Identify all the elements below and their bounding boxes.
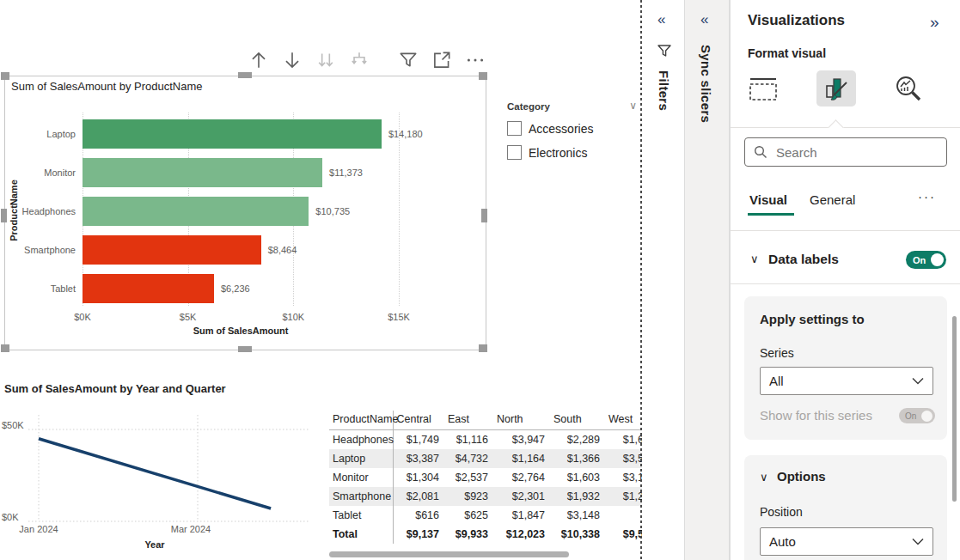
matrix-header-cell[interactable]: South [550, 411, 605, 430]
matrix-cell[interactable]: Monitor [329, 468, 393, 487]
matrix-cell[interactable]: $3,148 [550, 506, 605, 525]
matrix-cell[interactable]: $1,603 [550, 468, 605, 487]
matrix-header-cell[interactable]: ProductName [329, 411, 393, 430]
bar[interactable] [83, 235, 261, 265]
matrix-cell[interactable]: $1,164 [493, 449, 550, 468]
build-visual-button[interactable] [748, 76, 779, 107]
format-visual-button[interactable] [816, 70, 856, 107]
matrix-cell[interactable]: $3,16 [605, 468, 642, 487]
bar[interactable] [83, 119, 382, 149]
matrix-cell[interactable]: $1,22 [605, 487, 642, 506]
matrix-cell[interactable]: $3,387 [393, 449, 444, 468]
focus-mode-icon[interactable] [431, 49, 453, 71]
format-search[interactable] [744, 137, 947, 167]
slicer-option-accessories[interactable]: Accessories [507, 121, 593, 136]
matrix-cell[interactable]: Laptop [329, 449, 393, 468]
collapse-data-labels-icon[interactable]: ∨ [750, 253, 759, 265]
tabs-more-options-icon[interactable]: ··· [918, 189, 936, 204]
resize-handle[interactable] [238, 346, 252, 352]
filter-icon[interactable] [397, 49, 419, 71]
filters-pane-title[interactable]: Filters [657, 70, 671, 111]
drill-down-icon[interactable] [281, 49, 303, 71]
analytics-button[interactable] [894, 74, 923, 107]
matrix-cell[interactable]: $10,338 [550, 525, 605, 544]
data-labels-toggle[interactable]: On [906, 251, 946, 269]
x-tick: $0K [61, 312, 104, 322]
bar[interactable] [83, 158, 322, 187]
matrix-cell[interactable]: $1,116 [444, 430, 493, 449]
resize-handle[interactable] [479, 344, 487, 352]
matrix-cell[interactable]: $2,764 [493, 468, 550, 487]
table-row[interactable]: Headphones$1,749$1,116$3,947$2,289$1,63 [329, 430, 642, 449]
format-visual-icon [823, 76, 849, 101]
table-row[interactable]: Laptop$3,387$4,732$1,164$1,366$3,53 [329, 449, 642, 468]
toggle-knob [931, 253, 944, 266]
checkbox-icon[interactable] [507, 121, 522, 136]
position-value: Auto [769, 534, 796, 549]
table-row[interactable]: Tablet$616$625$1,847$3,148 [329, 506, 642, 525]
series-dropdown[interactable]: All [760, 367, 933, 395]
bar-chart-visual[interactable]: Sum of SalesAmount by ProductName Produc… [4, 76, 486, 350]
matrix-cell[interactable]: $1,749 [393, 430, 444, 449]
matrix-cell[interactable] [605, 506, 642, 525]
matrix-horizontal-scrollbar[interactable] [329, 551, 569, 557]
tab-general[interactable]: General [810, 192, 855, 207]
chevron-down-icon[interactable]: ∨ [629, 100, 637, 112]
table-row[interactable]: Total$9,137$9,933$12,023$10,338$9,55 [329, 525, 642, 544]
matrix-cell[interactable]: $3,53 [605, 449, 642, 468]
bar[interactable] [83, 274, 214, 303]
pane-scrollbar[interactable] [952, 316, 957, 502]
more-options-icon[interactable] [464, 49, 486, 71]
matrix-header-cell[interactable]: Central [393, 411, 444, 430]
expand-filters-icon[interactable]: « [657, 12, 665, 27]
line-chart-visual[interactable]: Sum of SalesAmount by Year and Quarter $… [0, 380, 325, 560]
tab-visual[interactable]: Visual [749, 192, 787, 207]
matrix-header-cell[interactable]: West [605, 411, 642, 430]
matrix-cell[interactable]: $2,537 [444, 468, 493, 487]
slicer-option-electronics[interactable]: Electronics [507, 145, 587, 160]
resize-handle[interactable] [481, 209, 487, 222]
matrix-cell[interactable]: $1,932 [550, 487, 605, 506]
matrix-cell[interactable]: Headphones [329, 430, 393, 449]
matrix-header-cell[interactable]: East [444, 411, 493, 430]
resize-handle[interactable] [1, 344, 9, 352]
matrix-cell[interactable]: $923 [444, 487, 493, 506]
matrix-cell[interactable]: $1,366 [550, 449, 605, 468]
data-labels-heading[interactable]: Data labels [768, 252, 839, 267]
matrix-cell[interactable]: $3,947 [493, 430, 550, 449]
expand-sync-slicers-icon[interactable]: « [700, 12, 708, 27]
bar[interactable] [83, 197, 309, 226]
matrix-cell[interactable]: $2,289 [550, 430, 605, 449]
matrix-header-cell[interactable]: North [493, 411, 550, 430]
matrix-cell[interactable]: $2,301 [493, 487, 550, 506]
collapse-options-icon[interactable]: ∨ [760, 471, 768, 484]
matrix-cell[interactable]: $9,55 [605, 525, 642, 544]
matrix-cell[interactable]: $1,847 [493, 506, 550, 525]
table-row[interactable]: Smartphone$2,081$923$2,301$1,932$1,22 [329, 487, 642, 506]
matrix-cell[interactable]: $1,63 [605, 430, 642, 449]
checkbox-icon[interactable] [507, 145, 522, 160]
position-dropdown[interactable]: Auto [760, 527, 933, 556]
matrix-visual[interactable]: ProductNameCentralEastNorthSouthWestHead… [329, 411, 642, 546]
matrix-cell[interactable]: Tablet [329, 506, 393, 525]
options-heading[interactable]: Options [777, 469, 826, 484]
matrix-cell[interactable]: $616 [393, 506, 444, 525]
resize-handle[interactable] [238, 72, 252, 78]
drill-up-icon[interactable] [248, 49, 270, 71]
matrix-cell[interactable]: $12,023 [493, 525, 550, 544]
matrix-cell[interactable]: $9,933 [444, 525, 493, 544]
sync-slicers-pane-title[interactable]: Sync slicers [699, 45, 713, 123]
matrix-cell[interactable]: $625 [444, 506, 493, 525]
table-row[interactable]: Monitor$1,304$2,537$2,764$1,603$3,16 [329, 468, 642, 487]
resize-handle[interactable] [1, 209, 7, 222]
matrix-cell[interactable]: $9,137 [393, 525, 444, 544]
collapse-visualizations-icon[interactable]: » [930, 14, 939, 30]
resize-handle[interactable] [479, 72, 487, 80]
matrix-cell[interactable]: Total [329, 525, 393, 544]
search-input[interactable] [774, 144, 920, 161]
matrix-cell[interactable]: $4,732 [444, 449, 493, 468]
matrix-cell[interactable]: $2,081 [393, 487, 444, 506]
matrix-cell[interactable]: $1,304 [393, 468, 444, 487]
resize-handle[interactable] [1, 72, 9, 80]
matrix-cell[interactable]: Smartphone [329, 487, 393, 506]
